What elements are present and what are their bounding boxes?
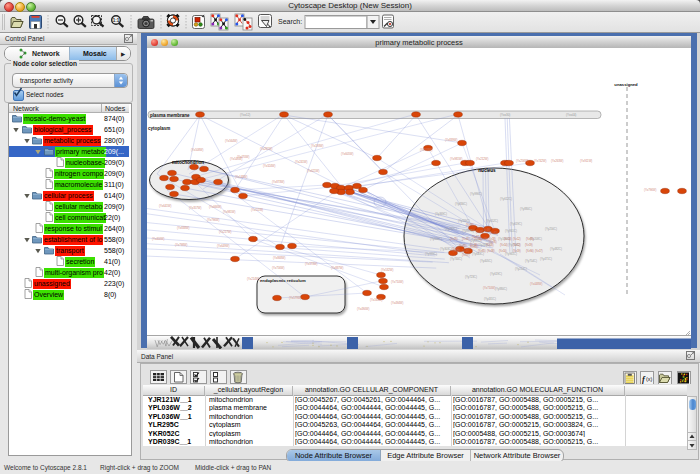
svg-text:(Yz19): (Yz19) — [525, 243, 533, 247]
svg-text:(Yy471C): (Yy471C) — [540, 257, 552, 261]
svg-text:Search:: Search: — [278, 18, 302, 25]
svg-text:(Yz12): (Yz12) — [513, 237, 521, 241]
svg-text:(Yx373W): (Yx373W) — [305, 262, 318, 266]
svg-text:(Yz18): (Yz18) — [488, 237, 496, 241]
svg-text:(Yy996C): (Yy996C) — [470, 192, 482, 196]
svg-text:(Yz57): (Yz57) — [462, 253, 470, 257]
svg-text:(Yy754C): (Yy754C) — [525, 259, 537, 263]
svg-text:(x): (x) — [646, 376, 653, 382]
svg-text:(Yy303C): (Yy303C) — [440, 247, 452, 251]
svg-text:(Yy482C): (Yy482C) — [550, 247, 562, 251]
svg-text:(Yx212W): (Yx212W) — [476, 157, 489, 161]
svg-text:(Yy999C): (Yy999C) — [425, 252, 437, 256]
svg-text:(Yz41): (Yz41) — [462, 237, 470, 241]
svg-text:(Yx649W): (Yx649W) — [217, 244, 230, 248]
svg-text:1:1: 1:1 — [113, 18, 120, 23]
svg-text:(Yy880C): (Yy880C) — [520, 207, 532, 211]
svg-text:(Yy652C): (Yy652C) — [486, 219, 498, 223]
svg-text:plasma membrane: plasma membrane — [150, 113, 190, 118]
svg-text:(Yz39): (Yz39) — [462, 249, 470, 253]
svg-text:(Yz80): (Yz80) — [453, 249, 461, 253]
svg-text:(Yz85): (Yz85) — [478, 249, 486, 253]
svg-text:(Yx796W): (Yx796W) — [207, 218, 220, 222]
svg-text:(Yx508W): (Yx508W) — [191, 148, 204, 152]
svg-text:(Yx796W): (Yx796W) — [644, 188, 657, 192]
svg-text:(Yy119C): (Yy119C) — [458, 219, 470, 223]
svg-text:(Yx981W): (Yx981W) — [450, 157, 463, 161]
svg-text:(Yx256W): (Yx256W) — [516, 159, 529, 163]
svg-text:(Yy282C): (Yy282C) — [445, 227, 457, 231]
svg-text:(Yy431C): (Yy431C) — [484, 297, 496, 301]
svg-text:(Yx261W): (Yx261W) — [260, 147, 273, 151]
svg-text:(Yy369C): (Yy369C) — [435, 212, 447, 216]
svg-text:(Yz85): (Yz85) — [526, 237, 534, 241]
svg-text:(Yx217W): (Yx217W) — [219, 230, 232, 234]
svg-text:(Yz10): (Yz10) — [499, 249, 507, 253]
svg-text:mitochondrion: mitochondrion — [172, 160, 204, 165]
svg-text:(Yz35): (Yz35) — [490, 231, 498, 235]
svg-text:(Yz49): (Yz49) — [483, 228, 491, 232]
svg-text:(Yx911W): (Yx911W) — [580, 159, 592, 163]
svg-text:(Yy612C): (Yy612C) — [500, 197, 512, 201]
svg-text:(Yx564W): (Yx564W) — [225, 139, 238, 143]
svg-text:(Yz19): (Yz19) — [513, 249, 521, 253]
svg-text:(Yz38): (Yz38) — [474, 237, 482, 241]
svg-text:(Yz38): (Yz38) — [487, 249, 495, 253]
svg-text:(Yx494W): (Yx494W) — [391, 301, 404, 305]
svg-text:endoplasmic reticulum: endoplasmic reticulum — [260, 278, 306, 283]
svg-text:(Yy951C): (Yy951C) — [505, 229, 517, 233]
svg-text:(Yx839W): (Yx839W) — [445, 138, 458, 142]
svg-text:(Yz53): (Yz53) — [504, 237, 512, 241]
svg-text:(Yz79): (Yz79) — [466, 223, 474, 227]
svg-text:(Yy723C): (Yy723C) — [465, 275, 477, 279]
svg-text:(Yy836C): (Yy836C) — [455, 202, 467, 206]
svg-text:(Yx148W): (Yx148W) — [235, 175, 248, 179]
svg-text:(Yx165W): (Yx165W) — [370, 298, 383, 302]
svg-text:(Yx756W): (Yx756W) — [272, 266, 285, 270]
svg-text:(Yx710W): (Yx710W) — [483, 286, 496, 290]
svg-text:(Yxx44): (Yxx44) — [566, 113, 576, 117]
svg-text:(Yz39): (Yz39) — [470, 243, 478, 247]
svg-text:(Yy405C): (Yy405C) — [480, 259, 492, 263]
svg-text:(Yy619C): (Yy619C) — [490, 272, 502, 276]
svg-text:(Yz90): (Yz90) — [526, 249, 534, 253]
svg-text:(Yy256C): (Yy256C) — [545, 227, 557, 231]
svg-text:(Yx545W): (Yx545W) — [230, 157, 243, 161]
svg-text:(Yz25): (Yz25) — [450, 237, 458, 241]
svg-text:(Yx193W): (Yx193W) — [311, 144, 324, 148]
svg-text:(Yy619C): (Yy619C) — [510, 222, 522, 226]
svg-text:(Yxx12): (Yxx12) — [240, 113, 250, 117]
svg-text:(Yx214W): (Yx214W) — [247, 277, 260, 281]
svg-text:(Yx532W): (Yx532W) — [381, 268, 394, 272]
svg-text:(Yx710W): (Yx710W) — [391, 280, 404, 284]
svg-text:(Yx868W): (Yx868W) — [273, 256, 286, 260]
svg-text:(Yx357W): (Yx357W) — [189, 206, 202, 210]
svg-text:nucleus: nucleus — [478, 168, 496, 173]
svg-text:(Yx873W): (Yx873W) — [272, 180, 285, 184]
svg-text:(Yx490W): (Yx490W) — [357, 307, 370, 311]
svg-text:(Yx838W): (Yx838W) — [177, 226, 190, 230]
svg-text:(Yy897C): (Yy897C) — [462, 229, 474, 233]
svg-text:(Yz18): (Yz18) — [486, 243, 494, 247]
svg-text:(Yy740C): (Yy740C) — [450, 257, 462, 261]
svg-text:cytoplasm: cytoplasm — [148, 126, 170, 131]
svg-text:(Yx263W): (Yx263W) — [551, 159, 564, 163]
svg-text:(Yx981W): (Yx981W) — [223, 210, 236, 214]
svg-text:(Yx324W): (Yx324W) — [263, 164, 276, 168]
svg-text:(Yx798W): (Yx798W) — [175, 243, 188, 247]
svg-text:(Yx400W): (Yx400W) — [152, 237, 165, 241]
svg-text:(Yxx30): (Yxx30) — [500, 113, 510, 117]
svg-text:(Yx103W): (Yx103W) — [420, 148, 433, 152]
svg-text:(Yy880C): (Yy880C) — [495, 287, 507, 291]
svg-text:(Yx742W): (Yx742W) — [534, 159, 547, 163]
svg-text:(Yx621W): (Yx621W) — [307, 169, 320, 173]
svg-text:(Yz14): (Yz14) — [500, 243, 508, 247]
svg-text:unassigned: unassigned — [614, 82, 638, 87]
svg-text:(Yx111W): (Yx111W) — [251, 208, 263, 212]
svg-text:(Yy600C): (Yy600C) — [430, 237, 442, 241]
svg-text:(Yx241W): (Yx241W) — [295, 160, 308, 164]
svg-text:(Yx666W): (Yx666W) — [209, 205, 222, 209]
svg-text:(Yy214C): (Yy214C) — [515, 267, 527, 271]
svg-text:(Yx641W): (Yx641W) — [159, 204, 172, 208]
svg-text:(Yz52): (Yz52) — [513, 243, 521, 247]
